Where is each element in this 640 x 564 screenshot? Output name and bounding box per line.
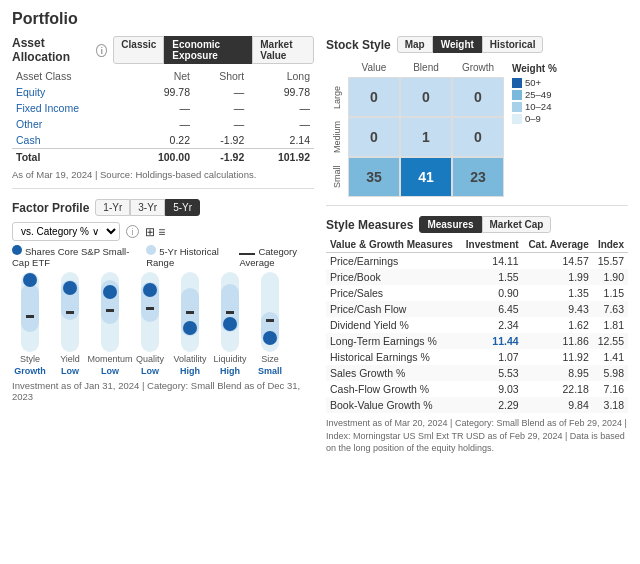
measure-index: 15.57	[593, 253, 628, 270]
measure-index: 12.55	[593, 333, 628, 349]
measures-row: Book-Value Growth % 2.29 9.84 3.18	[326, 397, 628, 413]
measure-label: Price/Earnings	[326, 253, 460, 270]
factor-category-select[interactable]: vs. Category % ∨	[12, 222, 120, 241]
slider-dot	[223, 317, 237, 331]
measure-label: Historical Earnings %	[326, 349, 460, 365]
slider-sublabel: Low	[61, 366, 79, 376]
style-cell-2-1: 41	[400, 157, 452, 197]
tab-market-cap[interactable]: Market Cap	[482, 216, 552, 233]
slider-sublabel: High	[220, 366, 240, 376]
slider-track	[61, 272, 79, 352]
measure-investment: 11.44	[460, 333, 522, 349]
stock-style-title: Stock Style	[326, 38, 391, 52]
slider-sublabel: Low	[101, 366, 119, 376]
slider-avg	[186, 311, 194, 314]
asset-allocation-info-icon[interactable]: i	[96, 44, 107, 57]
measure-cat-avg: 8.95	[523, 365, 593, 381]
measure-investment: 6.45	[460, 301, 522, 317]
style-cell-1-0: 0	[348, 117, 400, 157]
slider-label: Quality	[136, 354, 164, 364]
slider-avg	[226, 311, 234, 314]
asset-row-short: —	[194, 84, 248, 100]
factor-view-icons[interactable]: ⊞ ≡	[145, 225, 165, 239]
tab-classic[interactable]: Classic	[113, 36, 164, 64]
factor-slider-yield: Yield Low	[52, 272, 88, 376]
slider-label: Volatility	[173, 354, 206, 364]
measures-note: Investment as of Mar 20, 2024 | Category…	[326, 417, 628, 455]
asset-row-long: 99.78	[248, 84, 314, 100]
asset-allocation-note: As of Mar 19, 2024 | Source: Holdings-ba…	[12, 169, 314, 180]
factor-note: Investment as of Jan 31, 2024 | Category…	[12, 380, 314, 402]
asset-row-net: 100.00	[128, 149, 194, 166]
style-legend-title: Weight %	[512, 63, 557, 74]
measure-label: Price/Sales	[326, 285, 460, 301]
slider-avg	[26, 315, 34, 318]
measure-label: Long-Term Earnings %	[326, 333, 460, 349]
measure-investment: 0.90	[460, 285, 522, 301]
style-cell-2-0: 35	[348, 157, 400, 197]
measure-investment: 2.34	[460, 317, 522, 333]
tab-5yr[interactable]: 5-Yr	[165, 199, 200, 216]
asset-row-net: 99.78	[128, 84, 194, 100]
measure-investment: 9.03	[460, 381, 522, 397]
measure-label: Sales Growth %	[326, 365, 460, 381]
measure-investment: 5.53	[460, 365, 522, 381]
measure-index: 1.41	[593, 349, 628, 365]
tab-historical[interactable]: Historical	[482, 36, 544, 53]
legend-avg: Category Average	[239, 246, 297, 268]
legend-swatch	[512, 78, 522, 88]
tab-market-value[interactable]: Market Value	[252, 36, 314, 64]
style-cell-0-1: 0	[400, 77, 452, 117]
style-measures-title: Style Measures	[326, 218, 413, 232]
legend-label: 10–24	[525, 101, 551, 112]
measures-row: Long-Term Earnings % 11.44 11.86 12.55	[326, 333, 628, 349]
slider-avg	[66, 311, 74, 314]
measure-index: 1.15	[593, 285, 628, 301]
tab-map[interactable]: Map	[397, 36, 433, 53]
slider-avg	[106, 309, 114, 312]
slider-dot	[63, 281, 77, 295]
slider-label: Style	[20, 354, 40, 364]
slider-track	[181, 272, 199, 352]
legend-item: 0–9	[512, 113, 557, 124]
measure-investment: 14.11	[460, 253, 522, 270]
col-long: Long	[248, 68, 314, 84]
measure-index: 5.98	[593, 365, 628, 381]
measures-row: Price/Cash Flow 6.45 9.43 7.63	[326, 301, 628, 317]
asset-row-long: —	[248, 116, 314, 132]
asset-row-class: Fixed Income	[12, 100, 128, 116]
measure-cat-avg: 11.92	[523, 349, 593, 365]
style-cell-0-0: 0	[348, 77, 400, 117]
tab-3yr[interactable]: 3-Yr	[130, 199, 165, 216]
page-title: Portfolio	[12, 10, 628, 28]
legend-item: 25–49	[512, 89, 557, 100]
legend-etf: Shares Core S&P Small-Cap ETF	[12, 246, 129, 268]
slider-sublabel: Small	[258, 366, 282, 376]
measure-label: Dividend Yield %	[326, 317, 460, 333]
measure-index: 1.90	[593, 269, 628, 285]
factor-info-icon[interactable]: i	[126, 225, 139, 238]
slider-sublabel: High	[180, 366, 200, 376]
asset-row-net: —	[128, 116, 194, 132]
measures-row: Price/Earnings 14.11 14.57 15.57	[326, 253, 628, 270]
tab-1yr[interactable]: 1-Yr	[95, 199, 130, 216]
measures-row: Dividend Yield % 2.34 1.62 1.81	[326, 317, 628, 333]
asset-allocation-title: Asset Allocation	[12, 36, 90, 64]
tab-economic-exposure[interactable]: Economic Exposure	[164, 36, 252, 64]
slider-dot	[143, 283, 157, 297]
measures-row: Cash-Flow Growth % 9.03 22.18 7.16	[326, 381, 628, 397]
tab-measures[interactable]: Measures	[419, 216, 481, 233]
measure-cat-avg: 22.18	[523, 381, 593, 397]
legend-swatch	[512, 90, 522, 100]
tab-weight[interactable]: Weight	[433, 36, 482, 53]
style-cell-0-2: 0	[452, 77, 504, 117]
grid-row-label-large: Large	[326, 77, 348, 117]
slider-range	[21, 284, 39, 332]
factor-slider-quality: Quality Low	[132, 272, 168, 376]
grid-col-value: Value	[348, 57, 400, 77]
asset-row-net: —	[128, 100, 194, 116]
grid-row-label-small: Small	[326, 157, 348, 197]
asset-row-short: —	[194, 100, 248, 116]
factor-slider-liquidity: Liquidity High	[212, 272, 248, 376]
style-cell-1-2: 0	[452, 117, 504, 157]
